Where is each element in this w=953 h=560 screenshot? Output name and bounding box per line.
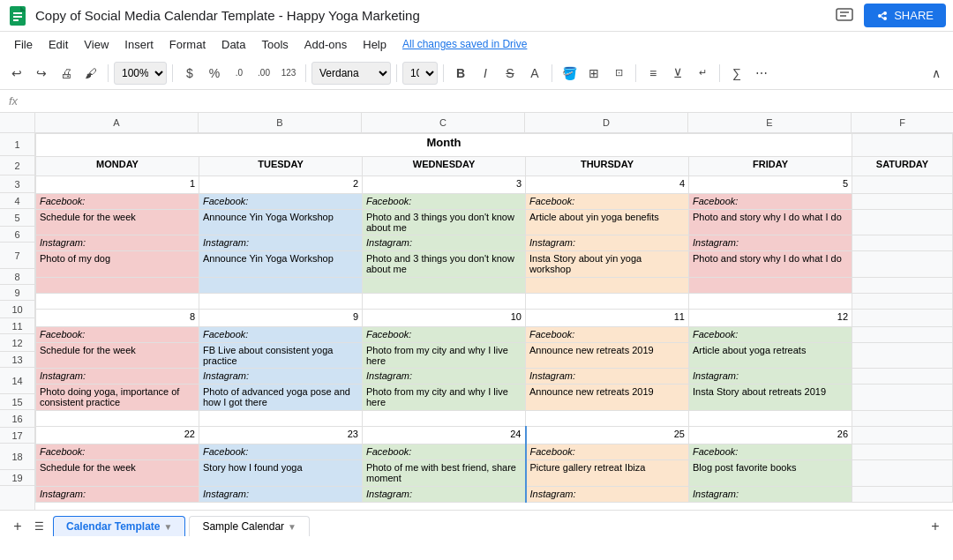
sep6 <box>552 64 552 82</box>
w1-thu-fb-val: Article about yin yoga benefits <box>526 210 689 235</box>
svg-line-8 <box>882 13 883 15</box>
currency-button[interactable]: $ <box>178 62 201 85</box>
file-title: Copy of Social Media Calendar Template -… <box>35 8 832 23</box>
r15-d <box>526 411 689 427</box>
menu-view[interactable]: View <box>77 36 116 53</box>
paint-button[interactable]: 🖌 <box>79 62 102 85</box>
textwrap-button[interactable]: ↵ <box>691 62 714 85</box>
w2-mon-ig-val: Photo doing yoga, importance of consiste… <box>36 385 199 411</box>
menu-file[interactable]: File <box>7 36 40 53</box>
row-14: Photo doing yoga, importance of consiste… <box>36 385 953 411</box>
menu-addons[interactable]: Add-ons <box>297 36 354 53</box>
strikethrough-button[interactable]: S <box>499 62 522 85</box>
print-button[interactable]: 🖨 <box>55 62 78 85</box>
w3-thu-num: 25 <box>526 427 689 444</box>
w1-fri-fb-val: Photo and story why I do what I do <box>689 210 852 235</box>
menu-insert[interactable]: Insert <box>117 36 161 53</box>
w1-thu-num: 4 <box>526 176 689 194</box>
bold-button[interactable]: B <box>449 62 472 85</box>
undo-button[interactable]: ↩ <box>5 62 28 85</box>
redo-button[interactable]: ↪ <box>30 62 53 85</box>
r15-b <box>199 411 363 427</box>
add-sheet-button[interactable]: + <box>7 516 28 537</box>
w2-fri-ig-val: Insta Story about retreats 2019 <box>689 385 852 411</box>
share-button[interactable]: SHARE <box>864 4 946 27</box>
header-saturday: SATURDAY <box>852 157 953 176</box>
share-label: SHARE <box>894 9 934 22</box>
r8-d <box>526 278 689 294</box>
w3-sat-19 <box>852 487 953 503</box>
row1-sat <box>852 134 953 157</box>
add-sheet-right-button[interactable]: + <box>925 516 946 537</box>
w3-mon-fb-val: Schedule for the week <box>36 460 199 487</box>
collapse-button[interactable]: ∧ <box>925 62 948 85</box>
format123-button[interactable]: 123 <box>277 62 300 85</box>
sep4 <box>396 64 397 82</box>
fontsize-select[interactable]: 10 <box>402 62 438 85</box>
italic-button[interactable]: I <box>474 62 497 85</box>
menu-help[interactable]: Help <box>356 36 394 53</box>
col-header-c: C <box>362 113 525 132</box>
tab-calendar-template[interactable]: Calendar Template ▼ <box>53 516 185 536</box>
menu-format[interactable]: Format <box>162 36 213 53</box>
font-select[interactable]: Verdana <box>311 62 391 85</box>
w1-thu-ig-val: Insta Story about yin yoga workshop <box>526 251 689 278</box>
sheets-list-button[interactable]: ☰ <box>28 516 49 537</box>
valign-button[interactable]: ⊻ <box>666 62 689 85</box>
w1-wed-ig-label: Instagram: <box>363 235 526 251</box>
menu-data[interactable]: Data <box>214 36 252 53</box>
comment-icon[interactable] <box>832 4 857 28</box>
w3-tue-ig-label: Instagram: <box>199 487 363 503</box>
row-num-9: 9 <box>0 285 34 301</box>
merge-button[interactable]: ⊡ <box>607 62 630 85</box>
w3-fri-fb-label: Facebook: <box>689 444 852 460</box>
w2-thu-num: 11 <box>526 310 689 327</box>
w2-wed-num: 10 <box>363 310 526 327</box>
w2-wed-ig-label: Instagram: <box>363 369 526 385</box>
formula-button[interactable]: ∑ <box>725 62 748 85</box>
menu-tools[interactable]: Tools <box>254 36 295 53</box>
spreadsheet-area: A B C D E F 1 2 3 4 5 6 7 8 9 10 11 12 1… <box>0 113 953 510</box>
toolbar: ↩ ↪ 🖨 🖌 100% $ % .0 .00 123 Verdana 10 B… <box>0 56 953 90</box>
r8-a <box>36 278 199 294</box>
header-thursday: THURSDAY <box>526 157 689 176</box>
tab-sample-calendar[interactable]: Sample Calendar ▼ <box>189 516 310 536</box>
row-num-16: 16 <box>0 410 34 428</box>
row-num-5: 5 <box>0 209 34 227</box>
row-num-17: 17 <box>0 428 34 444</box>
row-9 <box>36 294 953 310</box>
menu-edit[interactable]: Edit <box>41 36 75 53</box>
w2-sat-12 <box>852 343 953 369</box>
w2-mon-fb-label: Facebook: <box>36 327 199 343</box>
w3-thu-fb-val: Picture gallery retreat Ibiza <box>526 460 689 487</box>
row-19: Instagram: Instagram: Instagram: Instagr… <box>36 487 953 503</box>
percent-button[interactable]: % <box>203 62 226 85</box>
zoom-select[interactable]: 100% <box>114 62 167 85</box>
w2-thu-fb-label: Facebook: <box>526 327 689 343</box>
sep2 <box>172 64 173 82</box>
align-button[interactable]: ≡ <box>642 62 664 85</box>
decimal0-button[interactable]: .0 <box>228 62 251 85</box>
fillcolor-button[interactable]: 🪣 <box>558 62 581 85</box>
r8-e <box>689 278 852 294</box>
w2-mon-num: 8 <box>36 310 199 327</box>
r9-e <box>689 294 852 310</box>
row-3: 1 2 3 4 5 <box>36 176 953 194</box>
w2-tue-ig-label: Instagram: <box>199 369 363 385</box>
w3-wed-fb-val: Photo of me with best friend, share mome… <box>363 460 526 487</box>
textcolor-button[interactable]: A <box>523 62 546 85</box>
row-numbers: 1 2 3 4 5 6 7 8 9 10 11 12 13 14 15 16 1… <box>0 133 35 510</box>
row-11: Facebook: Facebook: Facebook: Facebook: … <box>36 327 953 343</box>
r8-f <box>852 278 953 294</box>
decimal00-button[interactable]: .00 <box>252 62 275 85</box>
more-button[interactable]: ⋯ <box>750 62 773 85</box>
w3-tue-fb-val: Story how I found yoga <box>199 460 363 487</box>
w1-sat-5 <box>852 210 953 235</box>
w3-sat-18 <box>852 460 953 487</box>
svg-line-9 <box>882 17 883 19</box>
row-num-13: 13 <box>0 352 34 368</box>
w1-fri-ig-label: Instagram: <box>689 235 852 251</box>
tab-calendar-template-label: Calendar Template <box>66 520 160 533</box>
borders-button[interactable]: ⊞ <box>582 62 605 85</box>
sep3 <box>305 64 306 82</box>
